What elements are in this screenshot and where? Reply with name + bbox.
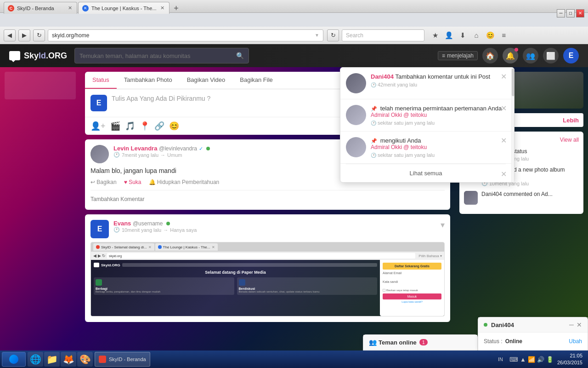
taskbar-open-window[interactable]: SkyID - Beranda — [95, 352, 150, 367]
site-search-input[interactable] — [79, 52, 232, 59]
scr-logo-icon — [94, 263, 99, 267]
like-action-1[interactable]: ♥ Suka — [124, 179, 141, 185]
home-nav-button[interactable]: ⌂ — [470, 29, 482, 41]
taskbar-firefox-icon[interactable]: 🦊 — [61, 352, 76, 367]
browser-search-bar[interactable]: Search — [342, 29, 424, 41]
scr-tab-2-label: The Lounge | Kaskus - The... — [163, 245, 210, 249]
search-icon[interactable]: 🔍 — [236, 52, 244, 59]
home-site-button[interactable]: 🏠 — [482, 48, 498, 63]
post-1-username[interactable]: Levin Levandra — [113, 145, 157, 152]
browser-navbar: ◀ ▶ ↻ skyid.org/home ▼ ↻ Search ★ 👤 ⬇ ⌂ … — [0, 27, 588, 44]
tab-video[interactable]: Bagikan Video — [180, 72, 233, 89]
reload-button[interactable]: ↻ — [33, 29, 45, 41]
taskbar-keyboard-icon: ⌨ — [509, 356, 518, 363]
notif-sub-3: Admiral Okki @ teitoku — [371, 144, 506, 150]
chat-status-label: Status : — [484, 338, 503, 345]
address-go-button[interactable]: ↻ — [327, 29, 339, 41]
post-2-meta: 🕐 10menit yang lalu → Hanya saya — [113, 227, 436, 233]
tab-photo[interactable]: Tambahkan Photo — [117, 72, 180, 89]
notif-close-1[interactable]: ✕ — [501, 72, 507, 81]
see-all-button[interactable]: Lihat semua — [410, 170, 442, 177]
friends-button[interactable]: 👥 — [523, 48, 538, 63]
online-count: 1 — [419, 339, 428, 345]
share-action-1[interactable]: ↩ Bagikan — [90, 179, 117, 185]
chat-controls: ─ ✕ — [569, 321, 582, 328]
tab-status[interactable]: Status — [85, 72, 117, 89]
scr-feature-2-title: Berdiskusi — [239, 287, 376, 290]
notif-close-2[interactable]: ✕ — [501, 104, 507, 113]
clock-icon-post2: 🕐 — [113, 227, 120, 233]
view-all-button[interactable]: View all — [560, 137, 579, 143]
scr-form-label-pass: Kata sandi — [383, 280, 441, 283]
notification-bell-button[interactable]: 🔔 — [503, 48, 518, 63]
scr-feature-1-title: Berbagi — [96, 287, 232, 290]
post-2-options[interactable]: ▾ — [441, 220, 445, 230]
person-icon-button[interactable]: 👤 — [443, 29, 455, 41]
notification-dropdown: Dani404 Tambahkan komentar untuk ini Pos… — [340, 67, 514, 183]
tab-kaskus[interactable]: K The Lounge | Kaskus - The... ✕ — [78, 2, 170, 14]
download-icon-button[interactable]: ⬇ — [457, 29, 469, 41]
scroll-thumb — [512, 69, 514, 96]
menu-button[interactable]: ≡ — [498, 29, 510, 41]
post-2-username[interactable]: Evans — [113, 220, 131, 227]
tab-file[interactable]: Bagikan File — [232, 72, 280, 89]
location-icon[interactable]: 📍 — [140, 121, 150, 131]
address-bar[interactable]: skyid.org/home ▼ — [48, 29, 323, 41]
scr-tab-1-label: SkyID - Selamat datang di... — [101, 245, 147, 249]
verified-badge-1: ✓ — [199, 146, 203, 151]
post-screenshot: SkyID - Selamat datang di... ✕ The Loung… — [90, 242, 445, 316]
tab-skyid[interactable]: C SkyID - Beranda ✕ — [4, 2, 77, 14]
taskbar-up-arrow-icon[interactable]: ▲ — [520, 356, 526, 363]
taskbar-clock[interactable]: 21:05 26/03/2015 — [557, 352, 582, 367]
notif-footer-close[interactable]: ✕ — [501, 170, 507, 178]
emoji-icon[interactable]: 😊 — [169, 121, 179, 131]
taskbar-chrome-icon[interactable]: 🌐 — [28, 352, 43, 367]
chat-change-status-button[interactable]: Ubah — [569, 338, 582, 345]
user-avatar-button[interactable]: E — [563, 48, 579, 63]
tab-skyid-label: SkyID - Beranda — [17, 6, 54, 11]
video-icon[interactable]: 🎬 — [110, 121, 120, 131]
taskbar-date-display: 26/03/2015 — [557, 359, 582, 366]
comment-input-1[interactable] — [90, 194, 445, 204]
notification-item-3: 📌 mengikuti Anda Admiral Okki @ teitoku … — [340, 132, 511, 164]
lebih-button[interactable]: Lebih — [563, 117, 579, 124]
notification-scrollbar[interactable] — [511, 68, 514, 182]
new-tab-button[interactable]: + — [170, 3, 181, 14]
notif-content-3: 📌 mengikuti Anda Admiral Okki @ teitoku … — [371, 137, 506, 158]
add-person-icon[interactable]: 👤+ — [90, 121, 106, 131]
scr-search — [122, 263, 377, 267]
chat-close-button[interactable]: ✕ — [577, 321, 582, 328]
address-dropdown-icon: ▼ — [315, 33, 319, 38]
scr-feature-1: Berbagi Berbagi cerita, pengalaman, dan … — [94, 277, 234, 295]
link-icon[interactable]: 🔗 — [154, 121, 164, 131]
notif-close-3[interactable]: ✕ — [501, 136, 507, 145]
notification-item-2: 📌 telah menerima permintaan pertemanan A… — [340, 99, 511, 132]
scr-feature-2-desc: Berada dalam sebuah sentuhan, chat, upda… — [239, 290, 376, 293]
bookmark-star-button[interactable]: ★ — [429, 29, 441, 41]
scr-logo-text: SkyId.ORG — [101, 263, 120, 267]
site-search-bar[interactable]: 🔍 — [74, 48, 249, 63]
scr-checkbox — [383, 289, 385, 292]
taskbar-folder-icon[interactable]: 📁 — [44, 352, 60, 367]
notify-action-1[interactable]: 🔔 Hidupkan Pemberitahuan — [149, 179, 220, 185]
forward-button[interactable]: ▶ — [18, 29, 30, 41]
post-2-avatar: E — [90, 220, 109, 238]
tab-skyid-close[interactable]: ✕ — [67, 5, 73, 12]
taskbar-battery-icon: 🔋 — [546, 356, 554, 363]
notif-avatar-3 — [346, 137, 366, 157]
start-button[interactable] — [2, 352, 26, 367]
account-button[interactable]: 😊 — [484, 29, 496, 41]
online-friends-panel: 👥 Teman online 1 — [363, 334, 478, 351]
mode-pill[interactable]: ≡ menjelajah — [438, 51, 478, 60]
tab-kaskus-close[interactable]: ✕ — [159, 5, 165, 12]
messages-button[interactable]: ⬜ — [543, 48, 559, 63]
activity-text-3: Dani404 commented on Ad... — [481, 191, 553, 197]
scr-feature-1-desc: Berbagi cerita, pengalaman, dan ilmu den… — [96, 290, 232, 293]
clock-icon-3 — [371, 152, 376, 158]
back-button[interactable]: ◀ — [4, 29, 16, 41]
scr-field-2 — [383, 284, 441, 288]
chat-minimize-button[interactable]: ─ — [569, 321, 574, 328]
taskbar-paint-icon[interactable]: 🎨 — [77, 352, 93, 367]
taskbar-volume-icon[interactable]: 🔊 — [537, 356, 544, 363]
music-icon[interactable]: 🎵 — [125, 121, 135, 131]
